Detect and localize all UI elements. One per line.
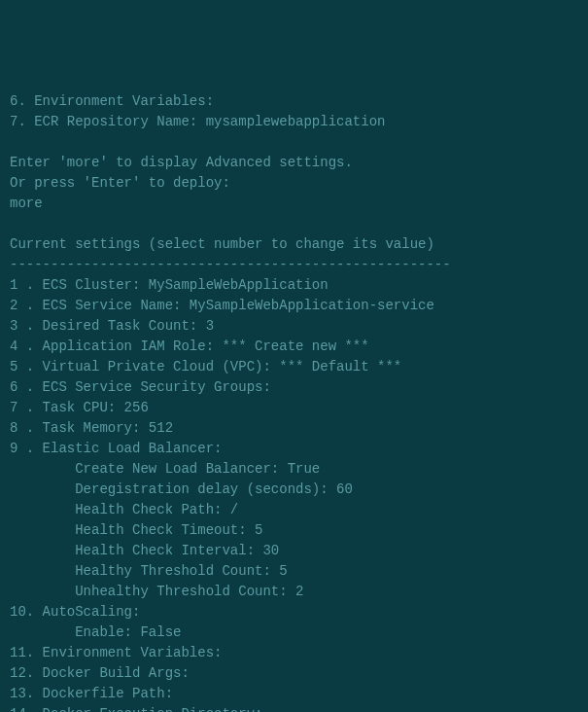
prompt-enter: Or press 'Enter' to deploy: [10,173,578,194]
setting-sub-row: Unhealthy Threshold Count: 2 [10,582,578,602]
setting-sub-row: Create New Load Balancer: True [10,459,578,480]
setting-row-autoscaling[interactable]: 10. AutoScaling: [10,602,578,623]
divider: ----------------------------------------… [10,255,578,275]
user-input-more[interactable]: more [10,194,578,214]
autoscaling-block: 10. AutoScaling: Enable: False [10,602,578,643]
setting-row[interactable]: 4 . Application IAM Role: *** Create new… [10,337,578,357]
prompt-advanced: Enter 'more' to display Advanced setting… [10,153,578,173]
top-line-6: 6. Environment Variables: [10,91,578,112]
settings-header: Current settings (select number to chang… [10,234,578,255]
setting-sub-row: Health Check Interval: 30 [10,541,578,561]
setting-row[interactable]: 5 . Virtual Private Cloud (VPC): *** Def… [10,357,578,377]
setting-sub-row: Deregistration delay (seconds): 60 [10,480,578,500]
setting-sub-row: Healthy Threshold Count: 5 [10,561,578,582]
setting-row[interactable]: 12. Docker Build Args: [10,663,578,684]
ecr-label: 7. ECR Repository Name: [10,114,206,129]
setting-row[interactable]: 2 . ECS Service Name: MySampleWebApplica… [10,296,578,316]
setting-sub-row: Health Check Timeout: 5 [10,520,578,541]
setting-row[interactable]: 3 . Desired Task Count: 3 [10,316,578,337]
elb-block: 9 . Elastic Load Balancer: Create New Lo… [10,439,578,602]
setting-sub-row: Enable: False [10,623,578,643]
setting-row[interactable]: 14. Docker Execution Directory: [10,704,578,712]
setting-row[interactable]: 6 . ECS Service Security Groups: [10,377,578,398]
setting-row-elb[interactable]: 9 . Elastic Load Balancer: [10,439,578,459]
setting-sub-row: Health Check Path: / [10,500,578,520]
settings-list-2: 11. Environment Variables:12. Docker Bui… [10,643,578,712]
top-line-7: 7. ECR Repository Name: mysamplewebappli… [10,112,578,132]
setting-row[interactable]: 7 . Task CPU: 256 [10,398,578,418]
setting-row[interactable]: 8 . Task Memory: 512 [10,418,578,439]
setting-row[interactable]: 1 . ECS Cluster: MySampleWebApplication [10,275,578,296]
setting-row[interactable]: 11. Environment Variables: [10,643,578,663]
settings-list: 1 . ECS Cluster: MySampleWebApplication2… [10,275,578,439]
setting-row[interactable]: 13. Dockerfile Path: [10,684,578,704]
ecr-value: mysamplewebapplication [206,114,386,129]
